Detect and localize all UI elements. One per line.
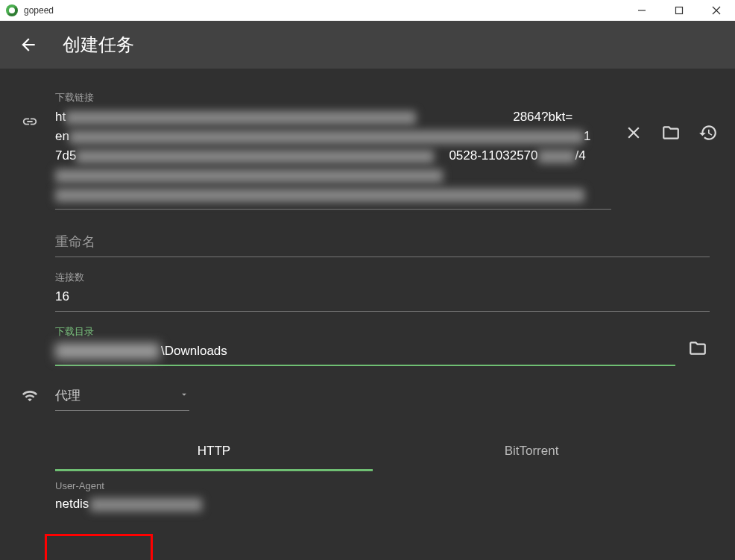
link-icon [22,113,38,130]
close-button[interactable] [698,0,735,21]
user-agent-label: User-Agent [55,480,690,491]
browse-folder-button[interactable] [686,336,710,360]
chevron-down-icon [179,389,189,403]
history-button[interactable] [696,121,720,145]
download-dir-label: 下载目录 [55,325,675,339]
window-title: gopeed [24,5,54,16]
back-button[interactable] [15,31,42,58]
svg-rect-1 [676,7,683,14]
window-titlebar: gopeed [0,0,735,21]
minimize-button[interactable] [623,0,660,21]
proxy-select[interactable]: 代理 [55,381,189,411]
connections-input[interactable]: 16 [55,287,710,306]
clear-button[interactable] [622,121,646,145]
download-link-label: 下载链接 [55,91,611,104]
protocol-tabs: HTTP BitTorrent [55,433,690,471]
folder-button[interactable] [659,121,683,145]
tab-http[interactable]: HTTP [55,433,373,471]
app-header: 创建任务 [0,21,735,69]
download-dir-input[interactable]: \Downloads [55,342,675,361]
user-agent-input[interactable]: netdis [55,494,690,514]
annotation-highlight [45,534,153,560]
censored-path [55,343,160,359]
connections-label: 连接数 [55,271,710,284]
download-link-input[interactable]: ht2864?bkt= en1 7d50528-11032570/4 [55,107,611,204]
app-icon [6,4,18,16]
maximize-button[interactable] [660,0,698,21]
rename-input[interactable]: 重命名 [55,232,710,252]
tab-bittorrent[interactable]: BitTorrent [373,433,690,471]
page-title: 创建任务 [63,33,134,57]
wifi-icon [22,388,38,404]
proxy-value: 代理 [55,387,179,404]
